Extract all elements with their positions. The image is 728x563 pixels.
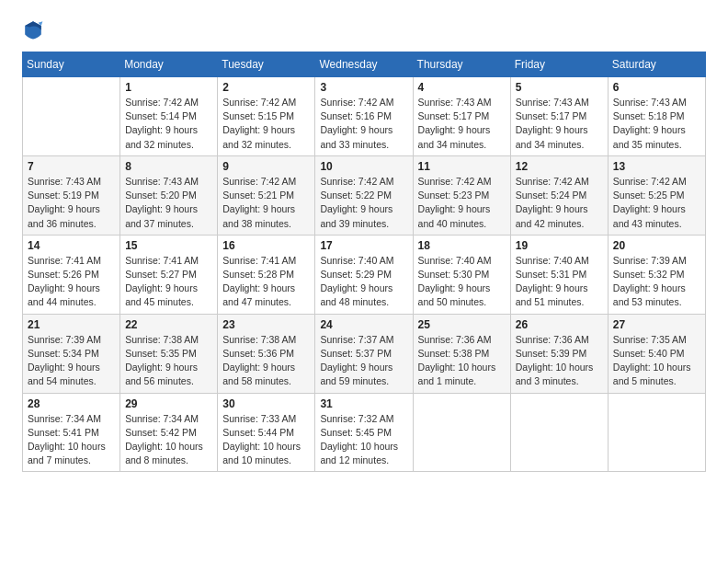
week-row-3: 14Sunrise: 7:41 AMSunset: 5:26 PMDayligh… bbox=[23, 235, 706, 314]
day-info: Sunrise: 7:42 AMSunset: 5:21 PMDaylight:… bbox=[222, 175, 310, 231]
calendar-cell: 16Sunrise: 7:41 AMSunset: 5:28 PMDayligh… bbox=[218, 235, 315, 314]
day-info: Sunrise: 7:37 AMSunset: 5:37 PMDaylight:… bbox=[320, 333, 407, 389]
page: SundayMondayTuesdayWednesdayThursdayFrid… bbox=[0, 0, 728, 487]
day-number: 17 bbox=[320, 239, 407, 252]
calendar-cell: 28Sunrise: 7:34 AMSunset: 5:41 PMDayligh… bbox=[23, 393, 120, 472]
logo-icon bbox=[22, 18, 44, 40]
day-info: Sunrise: 7:42 AMSunset: 5:16 PMDaylight:… bbox=[320, 96, 407, 152]
calendar-cell: 25Sunrise: 7:36 AMSunset: 5:38 PMDayligh… bbox=[413, 314, 510, 393]
calendar-cell: 8Sunrise: 7:43 AMSunset: 5:20 PMDaylight… bbox=[120, 155, 218, 235]
calendar-cell: 11Sunrise: 7:42 AMSunset: 5:23 PMDayligh… bbox=[413, 155, 510, 235]
calendar-cell: 15Sunrise: 7:41 AMSunset: 5:27 PMDayligh… bbox=[120, 235, 218, 314]
day-info: Sunrise: 7:39 AMSunset: 5:34 PMDaylight:… bbox=[28, 333, 115, 389]
header bbox=[22, 18, 706, 40]
calendar-cell: 10Sunrise: 7:42 AMSunset: 5:22 PMDayligh… bbox=[315, 155, 413, 235]
day-number: 23 bbox=[222, 318, 310, 331]
calendar-cell: 24Sunrise: 7:37 AMSunset: 5:37 PMDayligh… bbox=[315, 314, 413, 393]
header-day-sunday: Sunday bbox=[23, 52, 120, 77]
day-number: 8 bbox=[125, 160, 212, 173]
day-number: 14 bbox=[28, 239, 115, 252]
day-number: 1 bbox=[125, 81, 212, 94]
day-number: 30 bbox=[222, 397, 310, 410]
day-number: 7 bbox=[28, 160, 115, 173]
day-info: Sunrise: 7:36 AMSunset: 5:38 PMDaylight:… bbox=[418, 333, 506, 389]
day-info: Sunrise: 7:34 AMSunset: 5:42 PMDaylight:… bbox=[125, 412, 212, 468]
week-row-1: 1Sunrise: 7:42 AMSunset: 5:14 PMDaylight… bbox=[23, 77, 706, 156]
day-number: 13 bbox=[613, 160, 700, 173]
day-number: 22 bbox=[125, 318, 212, 331]
day-info: Sunrise: 7:33 AMSunset: 5:44 PMDaylight:… bbox=[222, 412, 310, 468]
logo bbox=[22, 18, 48, 40]
calendar-cell bbox=[413, 393, 510, 472]
day-number: 10 bbox=[320, 160, 407, 173]
day-info: Sunrise: 7:42 AMSunset: 5:24 PMDaylight:… bbox=[516, 175, 603, 231]
day-info: Sunrise: 7:36 AMSunset: 5:39 PMDaylight:… bbox=[516, 333, 603, 389]
day-info: Sunrise: 7:43 AMSunset: 5:17 PMDaylight:… bbox=[516, 96, 603, 152]
header-day-wednesday: Wednesday bbox=[315, 52, 413, 77]
day-info: Sunrise: 7:42 AMSunset: 5:14 PMDaylight:… bbox=[125, 96, 212, 152]
calendar-cell: 23Sunrise: 7:38 AMSunset: 5:36 PMDayligh… bbox=[218, 314, 315, 393]
calendar-cell: 21Sunrise: 7:39 AMSunset: 5:34 PMDayligh… bbox=[23, 314, 120, 393]
calendar-cell bbox=[608, 393, 705, 472]
day-number: 29 bbox=[125, 397, 212, 410]
day-number: 9 bbox=[222, 160, 310, 173]
day-info: Sunrise: 7:42 AMSunset: 5:15 PMDaylight:… bbox=[222, 96, 310, 152]
calendar-cell: 27Sunrise: 7:35 AMSunset: 5:40 PMDayligh… bbox=[608, 314, 705, 393]
day-info: Sunrise: 7:42 AMSunset: 5:22 PMDaylight:… bbox=[320, 175, 407, 231]
header-day-friday: Friday bbox=[510, 52, 608, 77]
calendar-cell: 20Sunrise: 7:39 AMSunset: 5:32 PMDayligh… bbox=[608, 235, 705, 314]
day-info: Sunrise: 7:38 AMSunset: 5:36 PMDaylight:… bbox=[222, 333, 310, 389]
day-info: Sunrise: 7:34 AMSunset: 5:41 PMDaylight:… bbox=[28, 412, 115, 468]
day-info: Sunrise: 7:43 AMSunset: 5:19 PMDaylight:… bbox=[28, 175, 115, 231]
day-info: Sunrise: 7:40 AMSunset: 5:30 PMDaylight:… bbox=[418, 254, 506, 310]
header-day-saturday: Saturday bbox=[608, 52, 705, 77]
day-info: Sunrise: 7:38 AMSunset: 5:35 PMDaylight:… bbox=[125, 333, 212, 389]
day-info: Sunrise: 7:41 AMSunset: 5:27 PMDaylight:… bbox=[125, 254, 212, 310]
day-number: 16 bbox=[222, 239, 310, 252]
day-number: 24 bbox=[320, 318, 407, 331]
day-number: 31 bbox=[320, 397, 407, 410]
calendar-cell: 1Sunrise: 7:42 AMSunset: 5:14 PMDaylight… bbox=[120, 77, 218, 156]
calendar-cell: 13Sunrise: 7:42 AMSunset: 5:25 PMDayligh… bbox=[608, 155, 705, 235]
calendar-cell: 3Sunrise: 7:42 AMSunset: 5:16 PMDaylight… bbox=[315, 77, 413, 156]
week-row-4: 21Sunrise: 7:39 AMSunset: 5:34 PMDayligh… bbox=[23, 314, 706, 393]
calendar-cell: 29Sunrise: 7:34 AMSunset: 5:42 PMDayligh… bbox=[120, 393, 218, 472]
calendar-cell: 12Sunrise: 7:42 AMSunset: 5:24 PMDayligh… bbox=[510, 155, 608, 235]
day-info: Sunrise: 7:41 AMSunset: 5:26 PMDaylight:… bbox=[28, 254, 115, 310]
day-info: Sunrise: 7:42 AMSunset: 5:25 PMDaylight:… bbox=[613, 175, 700, 231]
day-info: Sunrise: 7:40 AMSunset: 5:31 PMDaylight:… bbox=[516, 254, 603, 310]
header-day-monday: Monday bbox=[120, 52, 218, 77]
calendar-cell: 17Sunrise: 7:40 AMSunset: 5:29 PMDayligh… bbox=[315, 235, 413, 314]
header-day-tuesday: Tuesday bbox=[218, 52, 315, 77]
day-number: 26 bbox=[516, 318, 603, 331]
day-info: Sunrise: 7:43 AMSunset: 5:17 PMDaylight:… bbox=[418, 96, 506, 152]
day-info: Sunrise: 7:43 AMSunset: 5:18 PMDaylight:… bbox=[613, 96, 700, 152]
day-number: 6 bbox=[613, 81, 700, 94]
calendar-body: 1Sunrise: 7:42 AMSunset: 5:14 PMDaylight… bbox=[23, 77, 706, 472]
day-number: 19 bbox=[516, 239, 603, 252]
day-info: Sunrise: 7:42 AMSunset: 5:23 PMDaylight:… bbox=[418, 175, 506, 231]
day-info: Sunrise: 7:32 AMSunset: 5:45 PMDaylight:… bbox=[320, 412, 407, 468]
calendar-cell: 6Sunrise: 7:43 AMSunset: 5:18 PMDaylight… bbox=[608, 77, 705, 156]
day-number: 15 bbox=[125, 239, 212, 252]
day-number: 2 bbox=[222, 81, 310, 94]
day-number: 12 bbox=[516, 160, 603, 173]
calendar-cell: 5Sunrise: 7:43 AMSunset: 5:17 PMDaylight… bbox=[510, 77, 608, 156]
day-number: 21 bbox=[28, 318, 115, 331]
day-number: 25 bbox=[418, 318, 506, 331]
calendar-cell: 9Sunrise: 7:42 AMSunset: 5:21 PMDaylight… bbox=[218, 155, 315, 235]
calendar-cell: 19Sunrise: 7:40 AMSunset: 5:31 PMDayligh… bbox=[510, 235, 608, 314]
calendar-cell: 18Sunrise: 7:40 AMSunset: 5:30 PMDayligh… bbox=[413, 235, 510, 314]
day-info: Sunrise: 7:43 AMSunset: 5:20 PMDaylight:… bbox=[125, 175, 212, 231]
day-number: 5 bbox=[516, 81, 603, 94]
week-row-2: 7Sunrise: 7:43 AMSunset: 5:19 PMDaylight… bbox=[23, 155, 706, 235]
day-number: 11 bbox=[418, 160, 506, 173]
calendar-cell bbox=[23, 77, 120, 156]
day-info: Sunrise: 7:41 AMSunset: 5:28 PMDaylight:… bbox=[222, 254, 310, 310]
calendar-cell: 22Sunrise: 7:38 AMSunset: 5:35 PMDayligh… bbox=[120, 314, 218, 393]
calendar-table: SundayMondayTuesdayWednesdayThursdayFrid… bbox=[22, 52, 706, 472]
calendar-cell: 4Sunrise: 7:43 AMSunset: 5:17 PMDaylight… bbox=[413, 77, 510, 156]
calendar-cell: 26Sunrise: 7:36 AMSunset: 5:39 PMDayligh… bbox=[510, 314, 608, 393]
day-number: 18 bbox=[418, 239, 506, 252]
day-number: 27 bbox=[613, 318, 700, 331]
